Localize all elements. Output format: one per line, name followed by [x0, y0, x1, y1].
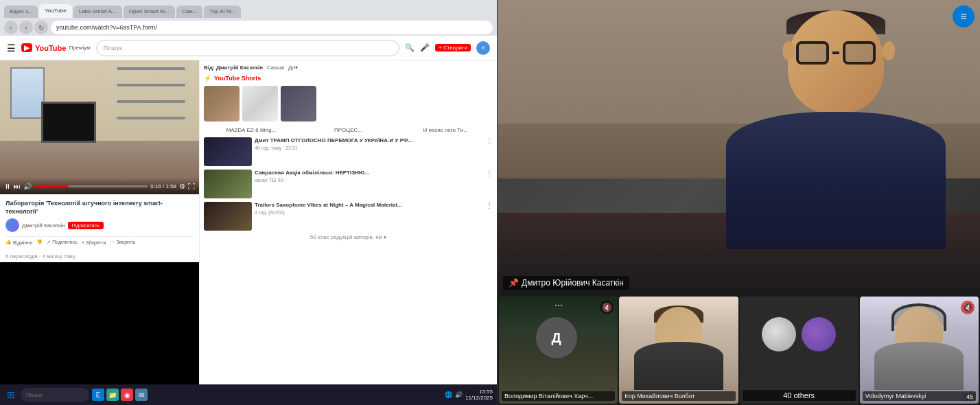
main-speaker-view: 📌 Дмитро Юрійович Касаткін ≡: [498, 0, 980, 295]
video-title: Лабораторія 'Технологій штучного інтелек…: [5, 200, 194, 216]
short-label-3: И песис ного Ти...: [398, 127, 493, 133]
short-thumb-3[interactable]: [281, 86, 316, 121]
subscribe-button[interactable]: Підписатись: [68, 222, 104, 229]
igor-body: [634, 342, 723, 390]
taskbar-icon-mail[interactable]: ✉: [135, 389, 148, 401]
save-action[interactable]: + Зберегти: [82, 240, 106, 245]
volume-taskbar-icon[interactable]: 🔊: [455, 391, 463, 398]
avatar-purple: [802, 317, 836, 351]
shorts-icon: ⚡: [204, 75, 211, 82]
more-options-icon-3[interactable]: ⋮: [486, 202, 493, 231]
search-icon[interactable]: 🔍: [405, 43, 415, 52]
sidebar-thumb-2: [204, 170, 252, 198]
volume-icon[interactable]: 🔊: [23, 183, 32, 190]
sidebar-tab-dmitry[interactable]: Від: Дмитрій Касаткін: [204, 65, 263, 71]
refresh-button[interactable]: ↻: [34, 21, 48, 34]
menu-icon: ≡: [960, 10, 966, 23]
more-options-icon-2[interactable]: ⋮: [486, 170, 493, 198]
participant-tile-2: Ігор Михайлович Болбот: [619, 297, 738, 404]
sidebar-thumb-1: [204, 137, 252, 166]
sidebar-tab-more[interactable]: Дл▾: [288, 65, 298, 71]
browser-panel: Відео з... YouTube Labs-Smart A... Open …: [0, 0, 498, 405]
participant-name-4: Volodymyr Matiievskyi: [863, 391, 976, 401]
taskbar-app-icons: E 📁 ◉ ✉: [92, 389, 442, 401]
speaker-right-lens: [843, 41, 876, 65]
windows-start-button[interactable]: ⊞: [4, 388, 18, 402]
speaker-bridge: [832, 51, 839, 54]
short-thumb-1[interactable]: [204, 86, 240, 121]
sidebar-video-3-meta: 4 год. (AUTO): [255, 210, 483, 215]
forward-button[interactable]: ›: [19, 21, 33, 34]
browser-tab-5[interactable]: Сам...: [176, 5, 202, 18]
browser-chrome: Відео з... YouTube Labs-Smart A... Open …: [0, 0, 497, 36]
video-player[interactable]: ⏸ ⏭ 🔊 0:16 / 1:58 ⚙ ⛶: [0, 60, 199, 194]
more-options-icon-1[interactable]: ⋮: [486, 137, 493, 166]
dislike-action[interactable]: 👎: [36, 240, 43, 245]
taskbar-icon-chrome[interactable]: ◉: [121, 389, 133, 401]
sidebar-nav: Від: Дмитрій Касаткін Casual Дл▾: [204, 65, 493, 71]
participant-tile-3: 40 others: [740, 297, 859, 404]
network-icon: 🌐: [445, 391, 452, 398]
share-action[interactable]: ↗ Поділитись: [47, 240, 78, 245]
browser-tab-youtube[interactable]: YouTube: [39, 4, 71, 18]
browser-tab-3[interactable]: Labs-Smart A...: [73, 5, 122, 18]
address-bar[interactable]: youtube.com/watch?v=6asTPA.form/: [51, 21, 493, 34]
progress-bar[interactable]: [34, 185, 148, 187]
next-button[interactable]: ⏭: [14, 183, 21, 190]
browser-tab-4[interactable]: Open Smart AI...: [124, 5, 175, 18]
hamburger-icon[interactable]: ☰: [7, 43, 16, 54]
taskbar-icon-files[interactable]: 📁: [106, 389, 119, 401]
windows-taskbar: ⊞ E 📁 ◉ ✉ 🌐 🔊 15:55 11/12/2025: [0, 384, 497, 405]
participants-strip: 🔇 Д ⋯ Володимир Віталійович Харч... Ігор…: [498, 295, 980, 405]
participant-name-2: Ігор Михайлович Болбот: [622, 391, 735, 401]
sidebar-video-1[interactable]: Дмит ТРАМП ОТГОЛОСНО ПЕРЕМОГА У УКРАЇНА-…: [204, 137, 493, 166]
video-controls: ⏸ ⏭ 🔊 0:16 / 1:58 ⚙ ⛶: [0, 178, 199, 194]
short-thumb-2[interactable]: [242, 86, 278, 121]
monitor: [41, 102, 96, 143]
participant-count-badge: 45: [964, 393, 976, 401]
conference-indicator-button[interactable]: ≡: [953, 5, 975, 27]
search-placeholder: Пошук: [104, 45, 122, 51]
taskbar-system-tray: 🌐 🔊 15:55 11/12/2025: [445, 389, 493, 401]
sidebar-video-3-title: Trailors Saxophone Vibes at Night – A Ma…: [255, 202, 483, 209]
like-action[interactable]: 👍 Відмінно: [5, 240, 32, 245]
conference-panel: 📌 Дмитро Юрійович Касаткін ≡ 🔇 Д ⋯ Волод…: [498, 0, 980, 405]
pause-button[interactable]: ⏸: [4, 183, 11, 190]
sidebar-thumb-3: [204, 202, 252, 231]
speaker-left-lens: [796, 41, 829, 65]
video-time: 0:16 / 1:58: [150, 183, 176, 189]
tile1-menu[interactable]: ⋯: [555, 301, 563, 310]
clock-date: 11/12/2025: [465, 395, 493, 401]
speaker-name: Дмитро Юрійович Касаткін: [522, 278, 624, 288]
taskbar-search-input[interactable]: [21, 388, 89, 402]
browser-tab-1[interactable]: Відео з...: [4, 5, 38, 18]
url-text: youtube.com/watch?v=6asTPA.form/: [56, 24, 157, 31]
participant-tile-4: 🔇 Volodymyr Matiievskyi 45: [860, 297, 979, 404]
fullscreen-icon[interactable]: ⛶: [188, 183, 195, 190]
user-avatar[interactable]: К: [476, 41, 490, 55]
shorts-grid: [204, 86, 493, 121]
participant-name-1: Володимир Віталійович Харч...: [502, 391, 615, 401]
browser-tab-6[interactable]: Top AI M...: [204, 5, 241, 18]
clock-time: 15:55: [465, 389, 493, 395]
volod-headphones: [891, 303, 946, 331]
others-avatars: [740, 317, 859, 351]
short-label-1: MAZDA EZ-6 tiling...: [204, 127, 299, 133]
taskbar-icon-edge[interactable]: E: [92, 389, 104, 401]
create-button[interactable]: + Створити: [435, 44, 471, 51]
youtube-area: ☰ ▶ YouTube Преміум Пошук 🔍 🎤 + Створити…: [0, 36, 497, 405]
sidebar-video-2[interactable]: Саврасная Акція обмілілася: НЕРТІЗНЮ... …: [204, 170, 493, 198]
pin-icon: 📌: [509, 278, 519, 288]
yt-play-icon: ▶: [21, 43, 32, 52]
mic-icon[interactable]: 🎤: [420, 43, 430, 52]
youtube-search-bar[interactable]: Пошук: [96, 40, 399, 56]
shorts-section-title: ⚡ YouTube Shorts: [204, 75, 493, 82]
report-action[interactable]: ⋯ Зверніть: [110, 240, 135, 245]
video-section: ⏸ ⏭ 🔊 0:16 / 1:58 ⚙ ⛶ Л: [0, 60, 199, 405]
sidebar-tab-casual[interactable]: Casual: [267, 65, 284, 71]
channel-name[interactable]: Дмитрій Касаткін: [22, 222, 65, 229]
settings-icon[interactable]: ⚙: [179, 183, 185, 190]
back-button[interactable]: ‹: [4, 21, 18, 34]
sidebar-video-3[interactable]: Trailors Saxophone Vibes at Night – A Ma…: [204, 202, 493, 231]
volodymyr-figure: [860, 297, 979, 404]
